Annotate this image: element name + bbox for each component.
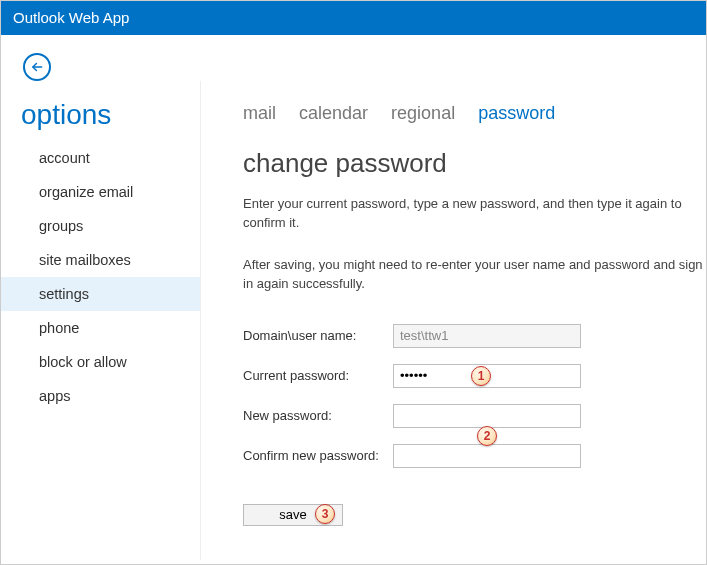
tabs: mail calendar regional password [243, 103, 706, 124]
confirm-password-label: Confirm new password: [243, 448, 393, 463]
sidebar-item-label: groups [39, 218, 83, 234]
tab-regional[interactable]: regional [391, 103, 455, 123]
sidebar-item-organize-email[interactable]: organize email [1, 175, 200, 209]
back-row [1, 35, 706, 81]
tab-mail[interactable]: mail [243, 103, 276, 123]
page-desc-1: Enter your current password, type a new … [243, 195, 706, 233]
sidebar-item-label: settings [39, 286, 89, 302]
page-heading: change password [243, 148, 706, 179]
sidebar-item-phone[interactable]: phone [1, 311, 200, 345]
new-password-label: New password: [243, 408, 393, 423]
title-bar: Outlook Web App [1, 1, 706, 35]
row-current-password: Current password: 1 [243, 364, 706, 388]
sidebar-item-apps[interactable]: apps [1, 379, 200, 413]
page-desc-2: After saving, you might need to re-enter… [243, 255, 706, 294]
sidebar-item-block-or-allow[interactable]: block or allow [1, 345, 200, 379]
annotation-marker-2: 2 [477, 426, 497, 446]
row-new-password: New password: [243, 404, 706, 428]
sidebar-item-label: organize email [39, 184, 133, 200]
row-confirm-password: Confirm new password: 2 [243, 444, 706, 468]
arrow-left-icon [30, 60, 44, 74]
sidebar-list: account organize email groups site mailb… [1, 141, 200, 413]
sidebar-item-label: account [39, 150, 90, 166]
save-row: save 3 [243, 504, 706, 526]
current-password-label: Current password: [243, 368, 393, 383]
sidebar-item-label: apps [39, 388, 70, 404]
annotation-marker-3: 3 [315, 504, 335, 524]
domain-input [393, 324, 581, 348]
sidebar-item-site-mailboxes[interactable]: site mailboxes [1, 243, 200, 277]
main-panel: mail calendar regional password change p… [207, 81, 706, 560]
sidebar: options account organize email groups si… [1, 81, 201, 560]
domain-label: Domain\user name: [243, 328, 393, 343]
confirm-password-input[interactable] [393, 444, 581, 468]
row-domain: Domain\user name: [243, 324, 706, 348]
sidebar-item-label: site mailboxes [39, 252, 131, 268]
sidebar-item-account[interactable]: account [1, 141, 200, 175]
annotation-marker-1: 1 [471, 366, 491, 386]
sidebar-item-label: block or allow [39, 354, 127, 370]
tab-password[interactable]: password [478, 103, 555, 123]
sidebar-item-label: phone [39, 320, 79, 336]
new-password-input[interactable] [393, 404, 581, 428]
tab-calendar[interactable]: calendar [299, 103, 368, 123]
options-heading: options [1, 95, 200, 141]
sidebar-item-groups[interactable]: groups [1, 209, 200, 243]
sidebar-item-settings[interactable]: settings [1, 277, 200, 311]
back-button[interactable] [23, 53, 51, 81]
app-name: Outlook Web App [13, 9, 129, 26]
